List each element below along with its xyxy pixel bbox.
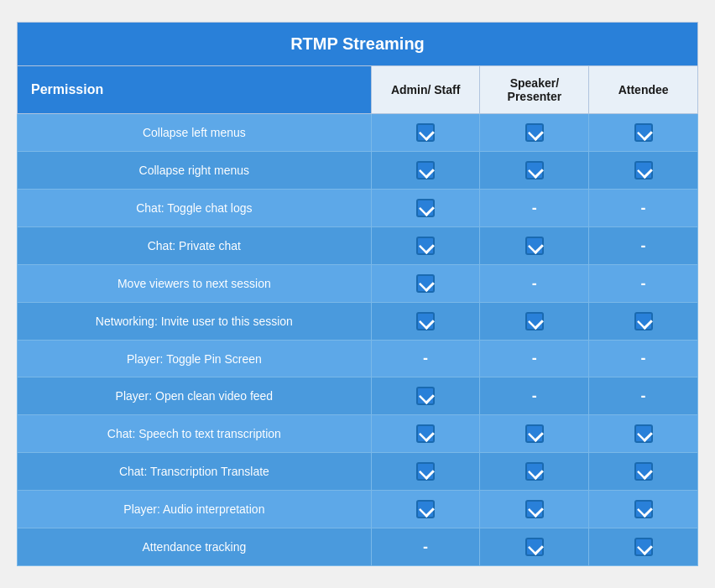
permission-label: Attendance tracking: [18, 528, 372, 566]
dash-icon: -: [532, 388, 537, 404]
speaker-cell: -: [480, 190, 589, 227]
check-icon: [416, 387, 435, 405]
dash-icon: -: [532, 275, 537, 292]
check-icon: [634, 123, 653, 142]
table-row: Collapse left menus: [18, 114, 698, 152]
attendee-cell: -: [589, 377, 698, 415]
admin-cell: -: [371, 528, 480, 566]
check-icon: [634, 500, 653, 518]
check-icon: [634, 161, 653, 180]
attendee-cell: -: [589, 265, 698, 303]
permission-label: Player: Audio interpretation: [18, 491, 372, 528]
admin-cell: [371, 265, 480, 303]
dash-icon: -: [641, 388, 646, 404]
permissions-table: RTMP Streaming Permission Admin/ Staff S…: [17, 22, 698, 566]
table-row: Move viewers to next session--: [18, 265, 698, 303]
admin-cell: [371, 303, 480, 341]
admin-cell: [371, 377, 480, 415]
speaker-column-header: Speaker/ Presenter: [480, 66, 589, 114]
check-icon: [525, 161, 544, 180]
permission-column-header: Permission: [18, 66, 372, 114]
dash-icon: -: [532, 200, 537, 216]
check-icon: [525, 312, 544, 330]
admin-cell: [371, 491, 480, 528]
table-row: Chat: Private chat-: [18, 227, 698, 265]
table-row: Attendance tracking-: [18, 528, 698, 566]
check-icon: [525, 462, 544, 481]
dash-icon: -: [641, 350, 646, 367]
speaker-cell: -: [480, 377, 589, 415]
admin-cell: [371, 152, 480, 190]
permission-label: Move viewers to next session: [18, 265, 372, 303]
table-row: Chat: Toggle chat logs--: [18, 190, 698, 227]
admin-cell: [371, 415, 480, 453]
table-wrapper: RTMP Streaming Permission Admin/ Staff S…: [0, 5, 715, 583]
table-row: Player: Toggle Pin Screen---: [18, 341, 698, 377]
speaker-cell: [480, 415, 589, 453]
check-icon: [416, 462, 435, 481]
check-icon: [634, 312, 653, 330]
permission-label: Chat: Private chat: [18, 227, 372, 265]
check-icon: [634, 538, 653, 556]
dash-icon: -: [423, 539, 428, 555]
check-icon: [416, 161, 435, 180]
permission-label: Networking: Invite user to this session: [18, 303, 372, 341]
table-row: Player: Audio interpretation: [18, 491, 698, 528]
check-icon: [416, 274, 435, 293]
speaker-cell: [480, 528, 589, 566]
permission-label: Collapse right menus: [18, 152, 372, 190]
attendee-cell: -: [589, 190, 698, 227]
table-row: Player: Open clean video feed--: [18, 377, 698, 415]
table-row: Chat: Transcription Translate: [18, 453, 698, 491]
permission-label: Player: Open clean video feed: [18, 377, 372, 415]
check-icon: [525, 424, 544, 443]
admin-cell: [371, 190, 480, 227]
check-icon: [416, 199, 435, 217]
check-icon: [634, 462, 653, 481]
table-row: Collapse right menus: [18, 152, 698, 190]
dash-icon: -: [641, 275, 646, 292]
speaker-cell: [480, 114, 589, 152]
speaker-cell: [480, 227, 589, 265]
check-icon: [416, 312, 435, 330]
table-title: RTMP Streaming: [18, 23, 698, 66]
attendee-cell: [589, 114, 698, 152]
dash-icon: -: [423, 350, 428, 367]
attendee-cell: [589, 491, 698, 528]
speaker-cell: [480, 303, 589, 341]
dash-icon: -: [641, 237, 646, 254]
speaker-cell: [480, 491, 589, 528]
check-icon: [416, 123, 435, 142]
attendee-cell: [589, 415, 698, 453]
attendee-cell: -: [589, 227, 698, 265]
admin-cell: -: [371, 341, 480, 377]
speaker-cell: [480, 453, 589, 491]
admin-column-header: Admin/ Staff: [371, 66, 480, 114]
dash-icon: -: [532, 350, 537, 367]
permission-label: Chat: Transcription Translate: [18, 453, 372, 491]
attendee-cell: [589, 453, 698, 491]
admin-cell: [371, 227, 480, 265]
check-icon: [416, 500, 435, 518]
attendee-cell: [589, 528, 698, 566]
check-icon: [416, 424, 435, 443]
attendee-cell: -: [589, 341, 698, 377]
speaker-cell: [480, 152, 589, 190]
permission-label: Collapse left menus: [18, 114, 372, 152]
check-icon: [525, 500, 544, 518]
check-icon: [634, 424, 653, 443]
table-row: Chat: Speech to text transcription: [18, 415, 698, 453]
check-icon: [525, 237, 544, 255]
permission-label: Player: Toggle Pin Screen: [18, 341, 372, 377]
speaker-cell: -: [480, 341, 589, 377]
admin-cell: [371, 114, 480, 152]
permission-label: Chat: Toggle chat logs: [18, 190, 372, 227]
speaker-cell: -: [480, 265, 589, 303]
attendee-column-header: Attendee: [589, 66, 698, 114]
permission-label: Chat: Speech to text transcription: [18, 415, 372, 453]
check-icon: [525, 538, 544, 556]
attendee-cell: [589, 303, 698, 341]
table-row: Networking: Invite user to this session: [18, 303, 698, 341]
attendee-cell: [589, 152, 698, 190]
check-icon: [416, 237, 435, 255]
